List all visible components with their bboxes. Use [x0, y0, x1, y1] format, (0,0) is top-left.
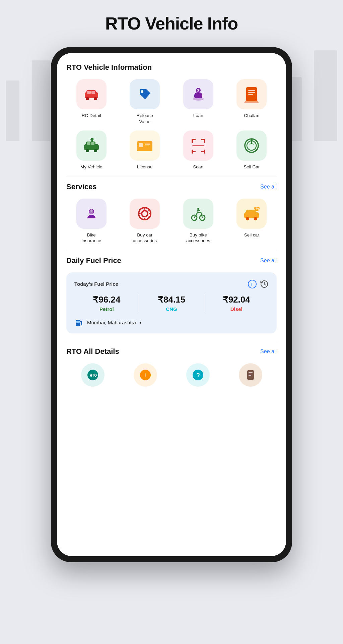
svg-text:RTO: RTO: [90, 374, 97, 377]
fuel-location-text: Mumbai, Maharashtra: [87, 320, 136, 325]
fuel-section-title: Daily Fuel Price: [66, 256, 121, 265]
info-circle-icon: i: [139, 369, 151, 381]
rto-icon2[interactable]: i: [134, 363, 157, 387]
svg-text:%: %: [256, 207, 259, 210]
fuel-location[interactable]: Mumbai, Maharashtra ›: [74, 318, 269, 327]
svg-rect-4: [87, 91, 91, 94]
sell-car-card[interactable]: Sell Car: [227, 130, 277, 170]
fuel-see-all[interactable]: See all: [260, 258, 277, 264]
bike-insurance-card[interactable]: BikeInsurance: [66, 199, 117, 244]
icon-grid-row2: My Vehicle License: [66, 130, 277, 170]
services-header: Services See all: [66, 182, 277, 191]
license-icon-box: [130, 130, 160, 161]
phone-screen: RTO Vehicle Information RC Detail: [57, 53, 286, 556]
svg-rect-72: [249, 372, 253, 373]
docs-icon: [245, 369, 257, 381]
location-arrow[interactable]: ›: [139, 319, 141, 326]
rto-logo-icon: RTO: [87, 369, 99, 381]
fuel-pump-icon: [74, 318, 84, 327]
my-vehicle-label: My Vehicle: [80, 164, 102, 170]
svg-point-53: [246, 217, 249, 220]
fuel-card-title: Today's Fuel Price: [74, 281, 118, 287]
sell-car-service-icon-box: %: [236, 199, 267, 229]
svg-point-54: [254, 217, 257, 220]
cng-label: CNG: [166, 306, 177, 312]
bike-insurance-icon-box: [76, 199, 107, 229]
cng-price: ₹84.15: [158, 294, 185, 305]
sell-car-service-icon: %: [243, 207, 260, 220]
svg-rect-41: [144, 218, 145, 220]
svg-rect-64: [81, 323, 82, 325]
release-value-card[interactable]: ReleaseValue: [120, 79, 170, 124]
rc-detail-card[interactable]: RC Detail: [66, 79, 117, 124]
rto-all-see-all[interactable]: See all: [260, 348, 277, 355]
help-icon: ?: [192, 369, 204, 381]
challan-icon-box: [236, 79, 267, 109]
rto-circle-icon: RTO: [81, 363, 105, 387]
history-icon[interactable]: [260, 280, 269, 288]
petrol-label: Petrol: [99, 306, 114, 312]
buy-bike-accessories-label: Buy bikeaccessories: [186, 232, 210, 244]
svg-point-16: [86, 149, 89, 152]
svg-rect-52: [246, 210, 256, 214]
scan-icon: [190, 138, 206, 154]
info-icon[interactable]: i: [248, 280, 257, 288]
svg-rect-5: [91, 91, 95, 94]
divider3: [66, 341, 277, 341]
svg-rect-30: [192, 150, 193, 154]
svg-rect-13: [248, 94, 253, 95]
scan-card[interactable]: Scan: [173, 130, 223, 170]
svg-rect-73: [249, 374, 253, 374]
rto-icon3[interactable]: ?: [186, 363, 210, 387]
diesel-price: ₹92.04: [223, 294, 250, 305]
phone-device: RTO Vehicle Information RC Detail: [51, 47, 292, 562]
bike-icon: [190, 206, 206, 222]
rto-icon1[interactable]: RTO: [81, 363, 105, 387]
divider2: [66, 250, 277, 250]
buy-bike-accessories-card[interactable]: Buy bikeaccessories: [173, 199, 223, 244]
buy-bike-accessories-icon-box: [183, 199, 213, 229]
car-icon: [83, 88, 100, 101]
license-card[interactable]: License: [120, 130, 170, 170]
license-label: License: [137, 164, 153, 170]
svg-rect-11: [248, 90, 255, 91]
loan-label: Loan: [193, 113, 203, 119]
challan-label: Challan: [244, 113, 259, 119]
svg-point-17: [94, 149, 97, 152]
challan-icon: [244, 86, 259, 103]
services-see-all[interactable]: See all: [260, 184, 277, 190]
license-icon: [136, 139, 153, 152]
help-circle-icon: ?: [186, 363, 210, 387]
app-section-title: RTO Vehicle Information: [66, 63, 152, 71]
svg-point-50: [197, 208, 199, 210]
loan-card[interactable]: $ Loan: [173, 79, 223, 124]
svg-text:$: $: [197, 89, 199, 92]
challan-card[interactable]: Challan: [227, 79, 277, 124]
sell-car-icon-box: [236, 130, 267, 161]
fuel-section-header: Daily Fuel Price See all: [66, 256, 277, 265]
services-grid: BikeInsurance: [66, 199, 277, 244]
buy-car-accessories-card[interactable]: Buy caraccessories: [120, 199, 170, 244]
svg-rect-74: [249, 375, 251, 376]
svg-text:?: ?: [197, 372, 200, 378]
my-vehicle-card[interactable]: My Vehicle: [66, 130, 117, 170]
rto-bottom-icons: RTO i ?: [66, 363, 277, 387]
svg-rect-24: [145, 146, 149, 146]
icon-grid-row1: RC Detail ReleaseValue: [66, 79, 277, 124]
cng-price-block: ₹84.15 CNG: [139, 294, 204, 312]
svg-text:i: i: [251, 282, 253, 287]
svg-rect-32: [204, 150, 205, 154]
tag-icon: [137, 87, 152, 102]
bike-insurance-label: BikeInsurance: [81, 232, 101, 244]
fuel-header-icons: i: [248, 280, 269, 288]
sell-car-service-card[interactable]: % Sell car: [227, 199, 277, 244]
diesel-label: Disel: [230, 306, 243, 312]
sell-car-icon: [244, 138, 260, 154]
rto-icon4[interactable]: [239, 363, 262, 387]
svg-rect-19: [91, 142, 94, 145]
services-title: Services: [66, 182, 97, 191]
scan-label: Scan: [193, 164, 203, 170]
svg-rect-12: [248, 92, 255, 93]
sell-car-label: Sell Car: [244, 164, 260, 170]
rto-all-title: RTO All Details: [66, 347, 119, 356]
